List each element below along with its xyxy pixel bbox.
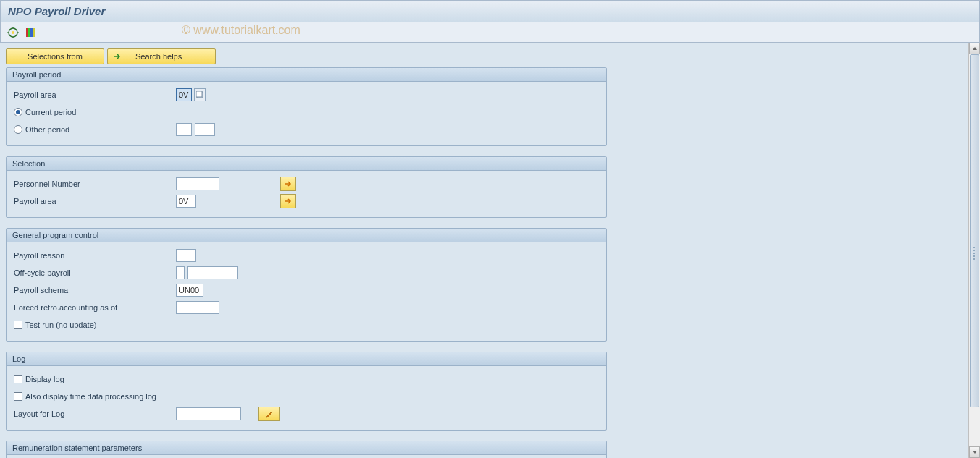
payroll-area-input[interactable]: [176, 88, 192, 101]
current-period-radio[interactable]: [14, 108, 22, 116]
remuneration-header: Remuneration statement parameters: [7, 441, 606, 455]
page-title: NPO Payroll Driver: [8, 5, 105, 17]
selection-header: Selection: [7, 157, 606, 171]
also-display-row[interactable]: Also display time data processing log: [14, 392, 231, 401]
search-helps-label: Search helps: [135, 52, 182, 61]
svg-rect-4: [30, 28, 33, 37]
also-display-checkbox[interactable]: [14, 392, 22, 401]
payroll-period-group: Payroll period Payroll area Current peri…: [6, 67, 607, 146]
rainbow-icon[interactable]: [24, 26, 37, 39]
watermark-text: © www.tutorialkart.com: [182, 24, 300, 37]
svg-rect-2: [26, 28, 28, 37]
svg-rect-3: [28, 28, 30, 37]
other-period-label: Other period: [25, 125, 69, 134]
display-log-row[interactable]: Display log: [14, 375, 173, 383]
value-help-icon[interactable]: [194, 88, 206, 101]
layout-log-label: Layout for Log: [14, 410, 173, 418]
other-period-input1[interactable]: [176, 123, 192, 136]
offcycle-label: Off-cycle payroll: [14, 268, 173, 277]
log-header: Log: [7, 352, 606, 366]
selection-payroll-area-input[interactable]: [176, 195, 196, 208]
current-period-label: Current period: [25, 108, 76, 116]
display-log-checkbox[interactable]: [14, 375, 22, 383]
app-toolbar: © www.tutorialkart.com: [0, 22, 980, 43]
selections-from-label: Selections from: [28, 52, 83, 61]
selection-payroll-area-label: Payroll area: [14, 197, 173, 205]
arrow-right-icon: [112, 51, 122, 62]
selection-group: Selection Personnel Number Payroll area: [6, 156, 607, 218]
edit-layout-button[interactable]: [258, 407, 280, 421]
other-period-radio[interactable]: [14, 125, 22, 134]
svg-rect-7: [196, 91, 202, 97]
remuneration-group: Remuneration statement parameters Layout…: [6, 441, 607, 458]
test-run-label: Test run (no update): [25, 321, 96, 329]
general-header: General program control: [7, 229, 606, 242]
offcycle-input2[interactable]: [187, 266, 238, 279]
payroll-period-header: Payroll period: [7, 68, 606, 82]
execute-icon[interactable]: [7, 26, 20, 39]
payroll-reason-input[interactable]: [176, 249, 196, 262]
multi-selection-button[interactable]: [280, 194, 296, 208]
log-group: Log Display log Also display time data p…: [6, 352, 607, 431]
forced-retro-input[interactable]: [176, 301, 219, 314]
button-row: Selections from Search helps: [6, 48, 974, 64]
layout-log-input[interactable]: [176, 407, 241, 420]
page-title-bar: NPO Payroll Driver: [0, 0, 980, 22]
personnel-number-label: Personnel Number: [14, 179, 173, 188]
multi-selection-button[interactable]: [280, 177, 296, 191]
svg-rect-5: [33, 28, 35, 37]
svg-point-1: [12, 31, 14, 34]
payroll-reason-label: Payroll reason: [14, 251, 173, 260]
selections-from-button[interactable]: Selections from: [6, 48, 104, 64]
also-display-label: Also display time data processing log: [25, 392, 156, 401]
general-program-control-group: General program control Payroll reason O…: [6, 228, 607, 342]
payroll-area-label: Payroll area: [14, 90, 173, 99]
drag-handle-icon[interactable]: [970, 242, 979, 264]
schema-label: Payroll schema: [14, 286, 173, 294]
scrollbar-up-button[interactable]: [969, 43, 980, 54]
other-period-input2[interactable]: [195, 123, 215, 136]
scrollbar-down-button[interactable]: [969, 446, 980, 458]
personnel-number-input[interactable]: [176, 177, 219, 190]
test-run-checkbox[interactable]: [14, 321, 22, 329]
search-helps-button[interactable]: Search helps: [107, 48, 216, 64]
schema-input[interactable]: [176, 284, 203, 297]
forced-retro-label: Forced retro.accounting as of: [14, 303, 173, 312]
display-log-label: Display log: [25, 375, 64, 383]
offcycle-input1[interactable]: [176, 266, 185, 279]
content-area: Selections from Search helps Payroll per…: [0, 43, 980, 458]
scrollbar-thumb[interactable]: [970, 54, 979, 407]
other-period-row[interactable]: Other period: [14, 125, 173, 134]
current-period-row[interactable]: Current period: [14, 108, 173, 116]
test-run-row[interactable]: Test run (no update): [14, 321, 173, 329]
